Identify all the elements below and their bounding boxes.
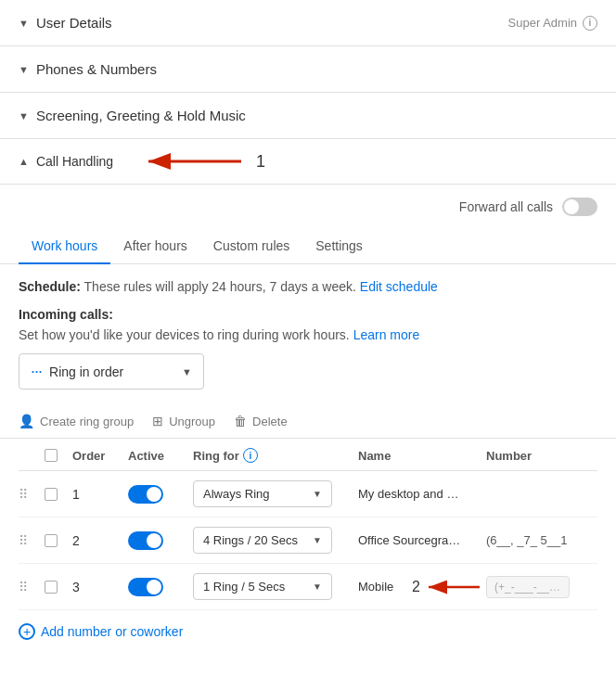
arrow-annotation-1: 1 — [139, 148, 265, 174]
row1-ring-for-dropdown[interactable]: Always Ring ▼ — [193, 480, 332, 507]
row3-annotation: 2 — [412, 577, 489, 597]
phones-numbers-title: Phones & Numbers — [36, 61, 157, 77]
trash-icon: 🗑 — [234, 414, 247, 428]
row3-active-toggle[interactable] — [128, 578, 163, 596]
chevron-down-icon-phones: ▼ — [19, 64, 29, 75]
schedule-label: Schedule: — [19, 279, 81, 294]
row1-chev-icon: ▼ — [313, 489, 322, 499]
work-hours-content: Schedule: These rules will apply 24 hour… — [0, 264, 616, 404]
chevron-down-icon: ▼ — [19, 18, 29, 29]
person-icon: 👤 — [19, 414, 34, 428]
user-details-title: User Details — [36, 15, 112, 31]
number-col-header: Number — [486, 449, 597, 463]
ungroup-icon: ⊞ — [152, 414, 163, 428]
screening-section[interactable]: ▼ Screening, Greeting & Hold Music — [0, 93, 616, 139]
ring-for-col-header: Ring for i — [193, 448, 351, 463]
ring-mode-text: Ring in order — [49, 364, 174, 379]
tab-settings[interactable]: Settings — [302, 229, 376, 264]
select-all-checkbox[interactable] — [45, 449, 58, 462]
ungroup-button[interactable]: ⊞ Ungroup — [152, 414, 215, 428]
add-number-link[interactable]: + Add number or coworker — [19, 623, 597, 640]
ring-mode-icon: ··· — [31, 362, 42, 381]
row1-active-toggle[interactable] — [128, 485, 163, 504]
tab-work-hours[interactable]: Work hours — [19, 229, 110, 264]
row3-ring-for-text: 1 Ring / 5 Secs — [203, 580, 285, 594]
incoming-calls-label: Incoming calls: — [19, 307, 597, 322]
learn-more-link[interactable]: Learn more — [353, 327, 420, 342]
red-arrow-row3 — [424, 577, 489, 597]
incoming-calls-description: Set how you'd like your devices to ring … — [19, 327, 597, 342]
call-handling-tabs: Work hours After hours Custom rules Sett… — [0, 229, 616, 264]
tab-after-hours[interactable]: After hours — [110, 229, 199, 264]
add-number-label: Add number or coworker — [41, 624, 183, 639]
drag-handle-2[interactable]: ⠿ — [19, 533, 45, 548]
row3-order: 3 — [72, 580, 128, 594]
row3-chev-icon: ▼ — [313, 581, 322, 592]
table-header-row: Order Active Ring for i Name Number — [19, 439, 597, 471]
user-details-section[interactable]: ▼ User Details Super Admin i — [0, 0, 616, 46]
schedule-description: These rules will apply 24 hours, 7 days … — [84, 279, 356, 294]
name-col-header: Name — [351, 449, 486, 463]
row2-active-toggle[interactable] — [128, 531, 163, 550]
annotation-number-2: 2 — [412, 579, 420, 595]
superadmin-label: Super Admin — [508, 16, 577, 30]
row3-ring-for-dropdown[interactable]: 1 Ring / 5 Secs ▼ — [193, 573, 332, 600]
phones-numbers-section[interactable]: ▼ Phones & Numbers — [0, 46, 616, 93]
order-col-header: Order — [72, 449, 128, 463]
row1-checkbox[interactable] — [45, 488, 58, 501]
forward-all-calls-toggle[interactable] — [562, 198, 597, 216]
ring-mode-chevron-icon: ▼ — [182, 366, 192, 377]
schedule-row: Schedule: These rules will apply 24 hour… — [19, 279, 597, 294]
active-col-header: Active — [128, 449, 193, 463]
annotation-number-1: 1 — [256, 152, 265, 172]
row2-ring-for-dropdown[interactable]: 4 Rings / 20 Secs ▼ — [193, 527, 332, 554]
row1-name: My desktop and … — [351, 487, 486, 501]
chevron-down-icon-screening: ▼ — [19, 110, 29, 121]
row2-checkbox[interactable] — [45, 534, 58, 547]
row3-checkbox[interactable] — [45, 581, 58, 594]
drag-handle-1[interactable]: ⠿ — [19, 487, 45, 502]
checkbox-col-header — [45, 449, 72, 462]
row2-order: 2 — [72, 533, 128, 548]
edit-schedule-link[interactable]: Edit schedule — [360, 279, 438, 294]
row3-number: (+_-___-___-__) — [486, 576, 570, 598]
action-bar: 👤 Create ring group ⊞ Ungroup 🗑 Delete — [0, 404, 616, 439]
table-row: ⠿ 2 4 Rings / 20 Secs ▼ Office Sourcegra… — [19, 518, 597, 564]
ungroup-label: Ungroup — [169, 415, 215, 428]
delete-label: Delete — [252, 415, 288, 428]
screening-title: Screening, Greeting & Hold Music — [36, 108, 246, 123]
ring-for-info-icon[interactable]: i — [243, 448, 258, 463]
drag-handle-3[interactable]: ⠿ — [19, 580, 45, 594]
create-ring-group-label: Create ring group — [40, 415, 134, 428]
create-ring-group-button[interactable]: 👤 Create ring group — [19, 414, 134, 428]
call-handling-section[interactable]: ▲ Call Handling 1 — [0, 139, 616, 185]
row2-number: (6__, _7_ 5__1 — [486, 533, 597, 547]
row2-name: Office Sourcegra… — [351, 533, 486, 547]
tab-custom-rules[interactable]: Custom rules — [200, 229, 302, 264]
forward-all-calls-label: Forward all calls — [459, 199, 553, 214]
ring-order-table: Order Active Ring for i Name Number ⠿ 1 … — [0, 439, 616, 610]
red-arrow-svg — [139, 148, 250, 174]
info-circle-icon: i — [583, 16, 597, 31]
ring-mode-dropdown[interactable]: ··· Ring in order ▼ — [19, 353, 204, 390]
delete-button[interactable]: 🗑 Delete — [234, 414, 288, 428]
row2-chev-icon: ▼ — [313, 535, 322, 545]
row1-order: 1 — [72, 487, 128, 502]
row1-ring-for-text: Always Ring — [203, 487, 270, 501]
add-number-row: + Add number or coworker — [0, 610, 616, 653]
row2-ring-for-text: 4 Rings / 20 Secs — [203, 533, 298, 547]
plus-circle-icon: + — [19, 623, 35, 640]
table-row: ⠿ 1 Always Ring ▼ My desktop and … — [19, 471, 597, 518]
call-handling-title: Call Handling — [36, 154, 113, 169]
chevron-up-icon-callhandling: ▲ — [19, 156, 29, 167]
forward-all-calls-row: Forward all calls — [0, 185, 616, 229]
table-row: ⠿ 3 1 Ring / 5 Secs ▼ Mobile (+_-___-___… — [19, 564, 597, 610]
